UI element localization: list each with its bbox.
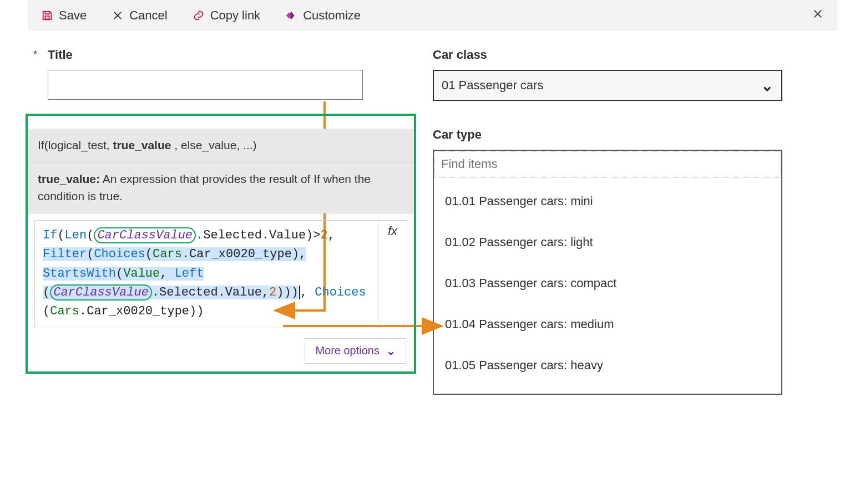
chevron-down-icon: ⌄ xyxy=(386,344,396,358)
carclass-selected-value: 01 Passenger cars xyxy=(442,78,543,93)
list-item[interactable]: 01.05 Passenger cars: heavy xyxy=(434,345,781,386)
formula-input[interactable]: If(Len(CarClassValue.Selected.Value)>2, … xyxy=(35,221,378,327)
cartype-search-input[interactable] xyxy=(434,151,781,177)
customize-button[interactable]: Customize xyxy=(285,8,361,23)
title-input[interactable] xyxy=(48,70,363,100)
carclass-label: Car class xyxy=(433,48,782,62)
title-field: * Title xyxy=(33,48,383,100)
list-item[interactable]: 01.01 Passenger cars: mini xyxy=(434,181,781,222)
function-description: true_value: An expression that provides … xyxy=(28,162,414,213)
list-item[interactable]: 01.04 Passenger cars: medium xyxy=(434,304,781,345)
cartype-label: Car type xyxy=(433,128,782,142)
fx-icon[interactable]: fx xyxy=(378,221,407,327)
carclass-select[interactable]: 01 Passenger cars ⌄ xyxy=(433,70,782,101)
more-options-label: More options xyxy=(315,344,380,357)
title-label: Title xyxy=(48,48,383,62)
required-marker: * xyxy=(33,48,42,60)
save-icon xyxy=(41,9,53,22)
chevron-down-icon: ⌄ xyxy=(761,77,773,95)
formula-bar: If(Len(CarClassValue.Selected.Value)>2, … xyxy=(34,220,407,328)
panel-close-button[interactable] xyxy=(812,8,824,23)
formula-panel: If(logical_test, true_value , else_value… xyxy=(26,114,416,374)
more-options-button[interactable]: More options ⌄ xyxy=(305,338,406,364)
toolbar: Save Cancel Copy link Customize xyxy=(28,0,837,31)
powerapps-icon xyxy=(285,9,297,22)
function-signature: If(logical_test, true_value , else_value… xyxy=(28,129,414,162)
save-button[interactable]: Save xyxy=(41,8,87,23)
list-item[interactable]: 01.02 Passenger cars: light xyxy=(434,222,781,263)
link-icon xyxy=(193,9,205,22)
truncated-code-hint xyxy=(28,116,414,129)
cancel-button[interactable]: Cancel xyxy=(112,8,167,23)
close-icon xyxy=(812,8,824,23)
save-label: Save xyxy=(59,8,87,23)
copylink-label: Copy link xyxy=(210,8,260,23)
cancel-label: Cancel xyxy=(129,8,167,23)
copylink-button[interactable]: Copy link xyxy=(193,8,260,23)
cartype-listbox: 01.01 Passenger cars: mini 01.02 Passeng… xyxy=(433,150,782,395)
close-icon xyxy=(112,9,124,22)
list-item[interactable]: 01.03 Passenger cars: compact xyxy=(434,263,781,304)
right-column: Car class 01 Passenger cars ⌄ Car type 0… xyxy=(433,48,782,395)
svg-rect-0 xyxy=(45,16,49,19)
customize-label: Customize xyxy=(303,8,361,23)
left-column: * Title If(logical_test, true_value , el… xyxy=(33,48,383,395)
